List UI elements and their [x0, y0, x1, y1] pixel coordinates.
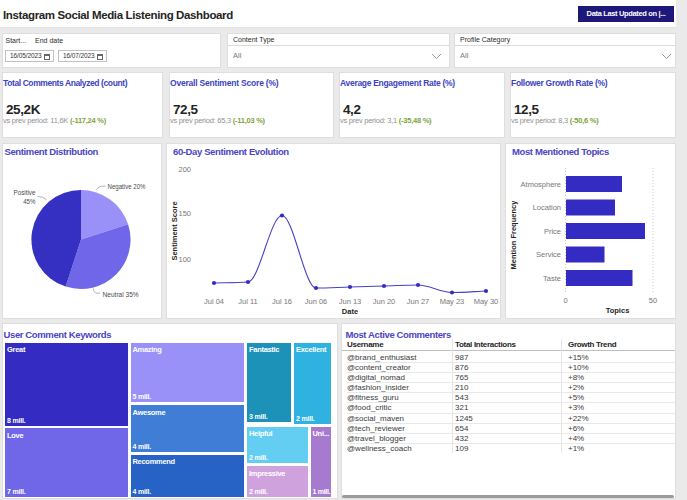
svg-text:Positive: Positive: [14, 188, 36, 197]
svg-text:Mention Frequency: Mention Frequency: [509, 200, 518, 270]
svg-text:Sentiment Score: Sentiment Score: [170, 201, 179, 260]
svg-text:Taste: Taste: [543, 274, 561, 283]
svg-text:100: 100: [178, 255, 191, 264]
svg-text:Price: Price: [544, 227, 561, 236]
svg-text:200: 200: [178, 165, 191, 174]
svg-text:Jun 06: Jun 06: [305, 297, 328, 306]
svg-text:45%: 45%: [23, 197, 36, 206]
svg-text:Jul 16: Jul 16: [272, 297, 292, 306]
svg-text:Date: Date: [342, 307, 358, 316]
svg-text:Jun 27: Jun 27: [407, 297, 430, 306]
svg-text:May 30: May 30: [474, 297, 499, 306]
svg-text:Topics: Topics: [606, 306, 630, 315]
svg-text:0: 0: [563, 296, 567, 305]
svg-text:Jul 04: Jul 04: [204, 297, 224, 306]
svg-text:150: 150: [178, 209, 191, 218]
svg-text:Service: Service: [536, 250, 561, 259]
svg-text:Negative 20%: Negative 20%: [108, 182, 146, 191]
svg-text:Atmosphere: Atmosphere: [521, 180, 561, 189]
svg-text:May 23: May 23: [440, 297, 465, 306]
svg-text:50: 50: [649, 296, 657, 305]
svg-text:Jun 13: Jun 13: [339, 297, 362, 306]
svg-text:Jun 20: Jun 20: [373, 297, 396, 306]
svg-text:Neutral 35%: Neutral 35%: [103, 290, 139, 299]
svg-text:Jul 11: Jul 11: [238, 297, 257, 306]
svg-text:Location: Location: [533, 203, 561, 212]
